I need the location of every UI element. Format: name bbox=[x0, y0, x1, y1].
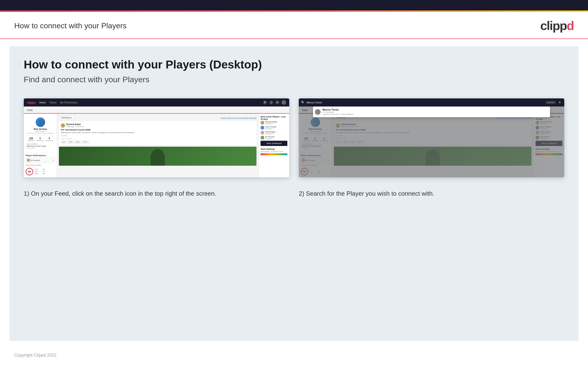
player-select-name-1: Eli Vincent bbox=[31, 159, 52, 161]
nav-my-performance-1[interactable]: My Performance bbox=[60, 101, 77, 104]
chevron-down-icon-1: ▾ bbox=[53, 159, 54, 161]
footer: Copyright Clippd 2022 bbox=[0, 348, 588, 363]
nav-avatar-1[interactable] bbox=[282, 100, 286, 105]
search-result-handicap: 1.5 Handicap bbox=[323, 111, 353, 113]
search-result-name: Marcus Turner bbox=[323, 108, 353, 111]
player-avatar-1-4 bbox=[261, 136, 264, 139]
profile-stats-1: 129 Activities 3 Followers 4 Following bbox=[26, 136, 54, 141]
tag-arg-1: ARG bbox=[75, 141, 81, 143]
nav-teams-1[interactable]: Teams bbox=[49, 101, 56, 104]
heatmap-scale-1: -5 +5 bbox=[261, 156, 287, 157]
activity-card-1: Richard Butler Yesterday - The Grove Pre… bbox=[59, 121, 256, 145]
player-avatar-1-1 bbox=[261, 121, 264, 125]
tag-app-1: APP bbox=[68, 141, 74, 143]
search-bar-overlay: 🔍 Marcus Turner CLEAR ✕ bbox=[299, 98, 564, 107]
activity-photo-1 bbox=[59, 147, 256, 166]
chevron-down-icon-following: ▾ bbox=[71, 117, 72, 119]
left-panel-1: Blair McHarg Golf Coach Mill Ride Golf C… bbox=[24, 114, 57, 177]
nav-logo-1: clippd bbox=[27, 101, 35, 104]
main-subtitle: Find and connect with your Players bbox=[24, 75, 564, 84]
copyright: Copyright Clippd 2022 bbox=[14, 353, 57, 358]
following-header-1: Following ▾ Control who can see your act… bbox=[59, 116, 256, 120]
right-panel-1: Most Active Players - Last 30 days Richa… bbox=[258, 114, 289, 177]
bar-row-app-1: APP 70 bbox=[35, 171, 45, 172]
screenshots-row: clippd Home Teams My Performance 🔍 👤 ⚙ F… bbox=[24, 98, 564, 177]
search-icon-1[interactable]: 🔍 bbox=[263, 101, 267, 104]
mid-panel-1: Following ▾ Control who can see your act… bbox=[57, 114, 258, 177]
active-players-title-1: Most Active Players - Last 30 days bbox=[261, 116, 287, 120]
nav-icons-1: 🔍 👤 ⚙ bbox=[263, 100, 286, 105]
settings-icon-1[interactable]: ⚙ bbox=[275, 101, 279, 104]
activity-user-1: Richard Butler Yesterday - The Grove bbox=[61, 123, 255, 128]
tag-ott-1: OTT bbox=[61, 141, 67, 143]
main-content: How to connect with your Players (Deskto… bbox=[9, 46, 579, 341]
screenshot-1: clippd Home Teams My Performance 🔍 👤 ⚙ F… bbox=[24, 98, 289, 177]
player-item-1-3[interactable]: Hiral Pujara Activities: 3 bbox=[261, 131, 287, 135]
control-link-1[interactable]: Control who can see your activity and da… bbox=[221, 117, 256, 119]
user-icon-1[interactable]: 👤 bbox=[269, 101, 273, 104]
search-result-item[interactable]: Marcus Turner 1.5 Handicap Cypress Point… bbox=[315, 108, 548, 115]
following-button-1[interactable]: Following ▾ bbox=[59, 116, 74, 120]
profile-name-1: Blair McHarg bbox=[26, 128, 54, 130]
team-heatmap-title-1: Team Heatmap bbox=[261, 148, 287, 150]
player-select-avatar-1 bbox=[27, 158, 30, 162]
activity-user-info-1: Richard Butler Yesterday - The Grove bbox=[66, 123, 84, 128]
bar-row-arg-1: ARG 64 bbox=[35, 173, 45, 175]
profile-club-1: Mill Ride Golf Club, United Kingdom bbox=[26, 132, 54, 134]
search-dropdown: Marcus Turner 1.5 Handicap Cypress Point… bbox=[313, 107, 550, 117]
page-title: How to connect with your Players bbox=[14, 21, 127, 30]
nav-home-1[interactable]: Home bbox=[39, 101, 46, 104]
profile-card-1: Blair McHarg Golf Coach Mill Ride Golf C… bbox=[26, 116, 55, 151]
player-select-1[interactable]: Eli Vincent ▾ bbox=[26, 158, 55, 163]
app-nav-1: clippd Home Teams My Performance 🔍 👤 ⚙ bbox=[24, 98, 289, 107]
activity-avatar-1 bbox=[61, 123, 65, 128]
screenshot-2: clippd Home Teams My Performance 🔍 👤 ⚙ F… bbox=[299, 98, 564, 177]
header: How to connect with your Players clippd bbox=[0, 12, 588, 39]
steps-row: 1) On your Feed, click on the search ico… bbox=[24, 189, 564, 198]
profile-image-1 bbox=[36, 118, 45, 127]
search-result-club: Cypress Point Club, United Kingdom bbox=[323, 113, 353, 115]
quality-circle-1: 84 bbox=[26, 168, 33, 175]
app-body-1: Blair McHarg Golf Coach Mill Ride Golf C… bbox=[24, 114, 289, 177]
player-avatar-1-3 bbox=[261, 131, 264, 135]
player-item-1-2[interactable]: Piers Parnell Activities: 4 bbox=[261, 126, 287, 129]
stat-following-1: 4 Following bbox=[46, 137, 53, 141]
logo: clippd bbox=[540, 18, 574, 33]
profile-role-1: Golf Coach bbox=[26, 130, 54, 132]
heatmap-sub-1: Shot Quality - 20 Round Trend bbox=[261, 151, 287, 152]
search-result-info: Marcus Turner 1.5 Handicap Cypress Point… bbox=[323, 108, 353, 115]
stat-activities-1: 129 Activities bbox=[28, 137, 35, 141]
activity-tags-1: OTT APP ARG PUTT bbox=[61, 141, 255, 143]
stat-followers-1: 3 Followers bbox=[36, 137, 44, 141]
search-result-avatar bbox=[315, 109, 321, 115]
quality-label-1: Total Player Quality bbox=[26, 164, 55, 166]
team-dashboard-button-1[interactable]: Team Dashboard bbox=[261, 141, 287, 146]
feed-tab-1[interactable]: Feed bbox=[24, 107, 289, 114]
quality-bars-1: OTT 79 APP 70 bbox=[35, 169, 45, 175]
latest-activity-1: Latest Activity Afternoon round of golf … bbox=[26, 143, 54, 149]
photo-silhouette-1 bbox=[150, 149, 165, 166]
clear-button[interactable]: CLEAR bbox=[546, 101, 556, 104]
player-avatar-1-2 bbox=[261, 126, 264, 129]
bar-row-ott-1: OTT 79 bbox=[35, 169, 45, 170]
tag-putt-1: PUTT bbox=[82, 141, 89, 143]
step-1-description: 1) On your Feed, click on the search ico… bbox=[24, 189, 289, 198]
search-icon-overlay: 🔍 bbox=[301, 101, 305, 104]
top-bar bbox=[0, 0, 588, 10]
heatmap-bar-1 bbox=[261, 153, 287, 155]
search-input-text[interactable]: Marcus Turner bbox=[307, 101, 544, 104]
main-title: How to connect with your Players (Deskto… bbox=[24, 58, 564, 71]
player-item-1-1[interactable]: Richard Butler Activities: 7 bbox=[261, 121, 287, 125]
activity-duration-1: Duration bbox=[61, 135, 255, 137]
activity-duration-value-1: 02 hr : 00 min bbox=[61, 138, 255, 140]
player-item-1-4[interactable]: Eli Vincent Activities: 1 bbox=[261, 136, 287, 139]
player-performance-label-1: Player Performance bbox=[26, 153, 55, 157]
step-2-description: 2) Search for the Player you wish to con… bbox=[299, 189, 564, 198]
close-search-button[interactable]: ✕ bbox=[558, 100, 562, 105]
